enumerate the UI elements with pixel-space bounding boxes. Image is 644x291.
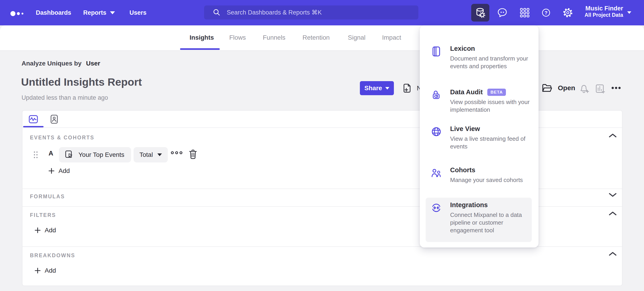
drag-handle[interactable]	[33, 151, 38, 159]
beta-badge: BETA	[487, 89, 506, 96]
bell-plus-icon[interactable]	[578, 83, 590, 94]
menu-item-title: Live View	[450, 125, 480, 133]
filters-label: FILTERS	[30, 212, 56, 218]
report-tabbar: Insights Flows Funnels Retention Signal …	[0, 25, 644, 51]
data-management-menu: Lexicon Document and transform your even…	[420, 25, 538, 248]
event-cursor-icon	[64, 150, 74, 160]
tab-funnels[interactable]: Funnels	[263, 25, 286, 50]
event-name: Your Top Events	[78, 151, 124, 158]
caret-down-icon	[385, 87, 389, 89]
analyze-label: Analyze Uniques by	[22, 60, 82, 67]
nav-item-dashboards[interactable]: Dashboards	[36, 0, 71, 25]
data-audit-lock-icon	[430, 89, 442, 101]
database-gear-icon	[474, 7, 486, 18]
collapse-filters-chevron-up-icon[interactable]	[609, 211, 616, 216]
add-to-dashboard-icon[interactable]	[594, 83, 606, 94]
nav-item-label: Reports	[83, 9, 106, 16]
add-breakdown-button[interactable]: Add	[34, 267, 56, 274]
share-button[interactable]: Share	[360, 81, 394, 95]
menu-item-title: Data Audit	[450, 88, 483, 96]
help-glyph: ?	[544, 10, 548, 16]
delete-row-trash-icon[interactable]	[188, 149, 198, 160]
expand-formulas-chevron-down-icon[interactable]	[609, 193, 616, 197]
active-view-underline	[23, 126, 44, 127]
menu-item-data-audit[interactable]: Data Audit BETA View possible issues wit…	[426, 85, 532, 117]
row-more-options-icon[interactable]	[170, 151, 183, 155]
tab-signal[interactable]: Signal	[348, 25, 366, 50]
more-options-icon[interactable]	[611, 86, 621, 90]
global-search[interactable]	[204, 5, 418, 19]
search-icon	[212, 8, 221, 17]
collapse-breakdowns-chevron-up-icon[interactable]	[609, 252, 616, 256]
menu-item-description: View possible issues with your implement…	[450, 98, 531, 114]
caret-down-icon	[157, 153, 162, 156]
menu-item-description: Document and transform your events and p…	[450, 55, 531, 70]
add-event-button[interactable]: Add	[48, 167, 70, 175]
active-tab-underline	[180, 48, 220, 50]
menu-item-title: Lexicon	[450, 45, 475, 52]
tab-retention[interactable]: Retention	[302, 25, 330, 50]
menu-item-description: Manage your saved cohorts	[450, 176, 531, 184]
menu-item-description: Connect Mixpanel to a data pipeline or c…	[450, 211, 531, 234]
page-title[interactable]: Untitled Insights Report	[21, 76, 142, 88]
collapse-events-chevron-up-icon[interactable]	[609, 133, 616, 138]
nav-item-reports[interactable]: Reports	[83, 0, 115, 25]
plus-icon	[34, 227, 41, 234]
project-name: Music Finder	[584, 5, 623, 12]
caret-down-icon	[627, 11, 631, 14]
nav-item-users[interactable]: Users	[130, 0, 146, 25]
series-letter: A	[48, 150, 53, 157]
lexicon-book-icon	[430, 46, 442, 57]
mixpanel-logo-icon[interactable]	[10, 9, 27, 18]
nav-item-label: Dashboards	[36, 9, 71, 16]
caret-down-icon	[110, 11, 115, 14]
event-selector-pill[interactable]: Your Top Events	[59, 147, 131, 163]
help-icon[interactable]: ?	[540, 7, 552, 18]
tab-insights[interactable]: Insights	[190, 25, 214, 50]
breakdowns-label: BREAKDOWNS	[30, 253, 75, 259]
live-view-globe-icon	[430, 126, 442, 137]
feedback-chat-icon[interactable]	[497, 7, 508, 18]
analyze-value-dropdown[interactable]: User	[86, 60, 100, 67]
nav-item-label: Users	[130, 9, 146, 16]
plus-icon	[34, 267, 41, 274]
folder-open-icon	[541, 82, 553, 94]
metric-name: Total	[140, 151, 153, 158]
mixpanel-app: Dashboards Reports Users	[0, 0, 644, 291]
formulas-label: FORMULAS	[30, 194, 65, 200]
menu-item-integrations[interactable]: Integrations Connect Mixpanel to a data …	[426, 198, 532, 242]
menu-item-lexicon[interactable]: Lexicon Document and transform your even…	[426, 41, 532, 74]
open-report-button[interactable]: Open	[541, 82, 575, 94]
metric-selector-pill[interactable]: Total	[134, 147, 168, 163]
menu-item-title: Cohorts	[450, 166, 475, 174]
settings-gear-icon[interactable]	[562, 7, 573, 18]
add-filter-button[interactable]: Add	[34, 227, 56, 234]
menu-item-description: View a live streaming feed of events	[450, 135, 531, 150]
project-scope: All Project Data	[584, 12, 623, 18]
integrations-sync-icon	[430, 202, 442, 214]
plus-icon	[48, 168, 55, 174]
users-view-tab-icon[interactable]	[49, 114, 60, 125]
menu-item-live-view[interactable]: Live View View a live streaming feed of …	[426, 121, 532, 154]
events-view-tab-icon[interactable]	[28, 114, 39, 125]
cohorts-people-icon	[430, 167, 442, 179]
top-nav: Dashboards Reports Users	[0, 0, 644, 25]
data-management-button[interactable]	[471, 4, 489, 21]
file-plus-icon	[401, 82, 413, 94]
events-cohorts-label: EVENTS & COHORTS	[30, 135, 94, 141]
tab-flows[interactable]: Flows	[229, 25, 246, 50]
search-input[interactable]	[226, 9, 400, 16]
project-selector[interactable]: Music Finder All Project Data	[584, 5, 623, 18]
menu-item-cohorts[interactable]: Cohorts Manage your saved cohorts	[426, 163, 532, 187]
apps-grid-icon[interactable]	[519, 7, 530, 18]
updated-timestamp: Updated less than a minute ago	[22, 94, 108, 101]
tab-impact[interactable]: Impact	[382, 25, 401, 50]
analyze-uniques-row: Analyze Uniques byUser	[22, 60, 100, 67]
menu-item-title: Integrations	[450, 201, 488, 209]
